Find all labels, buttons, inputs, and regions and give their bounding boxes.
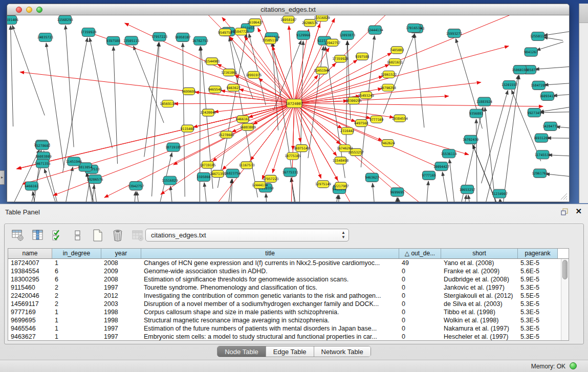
delete-entries-button[interactable] <box>111 228 125 243</box>
cell-name[interactable]: 14569117 <box>8 300 52 308</box>
cell-out_degree[interactable]: 0 <box>399 333 441 341</box>
cell-year[interactable]: 1997 <box>101 333 141 341</box>
citation-edge[interactable] <box>8 149 39 202</box>
cell-short[interactable]: Tibbo et al. (1998) <box>441 308 518 316</box>
column-header-year[interactable]: year <box>101 249 141 258</box>
new-column-button[interactable] <box>91 228 105 243</box>
cell-pagerank[interactable]: 5.3E-5 <box>518 283 558 292</box>
window-titlebar[interactable]: citations_edges.txt <box>7 4 569 15</box>
cell-out_degree[interactable]: 0 <box>399 324 441 333</box>
citation-edge-outgoing[interactable] <box>294 103 469 155</box>
citation-edge[interactable] <box>546 174 569 179</box>
table-selector-dropdown[interactable]: citations_edges.txt ▲▼ <box>145 229 349 242</box>
cell-name[interactable]: 9465546 <box>8 324 52 333</box>
scrollbar-thumb[interactable] <box>562 260 568 279</box>
citation-edge[interactable] <box>204 183 218 202</box>
citation-edge[interactable] <box>485 107 499 202</box>
citation-edge[interactable] <box>313 195 338 202</box>
citation-edge-outgoing[interactable] <box>245 36 294 103</box>
citation-edge[interactable] <box>266 193 273 202</box>
cell-year[interactable]: 2012 <box>101 292 141 300</box>
cell-pagerank[interactable]: 5.3E-5 <box>518 324 558 333</box>
citation-edge[interactable] <box>58 167 73 202</box>
cell-title[interactable]: Estimation of significance thresholds fo… <box>141 275 399 283</box>
column-header-pagerank[interactable]: pagerank <box>518 249 558 258</box>
citation-edge[interactable] <box>545 81 569 85</box>
cell-pagerank[interactable]: 5.3E-5 <box>518 300 558 308</box>
cell-name[interactable]: 9463627 <box>8 333 52 341</box>
table-row[interactable]: 2242004622012Investigating the contribut… <box>8 292 569 300</box>
citation-edge[interactable] <box>547 138 569 139</box>
citation-edge[interactable] <box>291 178 308 202</box>
cell-in_degree[interactable]: 1 <box>52 333 101 341</box>
cell-short[interactable]: Hescheler et al. (1997) <box>441 333 518 341</box>
cell-name[interactable]: 9777169 <box>8 308 52 316</box>
cell-year[interactable]: 1997 <box>101 283 141 292</box>
cell-year[interactable]: 1997 <box>101 324 141 333</box>
close-panel-icon[interactable]: ✕ <box>575 207 582 216</box>
table-row[interactable]: 1456911722003Disruption of a novel membe… <box>8 300 569 308</box>
cell-in_degree[interactable]: 6 <box>52 275 101 283</box>
network-graph[interactable]: 2069140624035721115682931735992893975881… <box>7 15 569 202</box>
cell-year[interactable]: 1998 <box>101 316 141 324</box>
citation-edge-outgoing[interactable] <box>294 103 442 169</box>
cell-name[interactable]: 19384554 <box>8 267 52 275</box>
table-row[interactable]: 911546021997Tourette syndrome. Phenomeno… <box>8 283 569 292</box>
cell-in_degree[interactable]: 1 <box>52 316 101 324</box>
table-row[interactable]: 946362711997Embryonic stem cells: a mode… <box>8 333 569 341</box>
citation-edge-outgoing[interactable] <box>294 103 371 118</box>
citation-edge-outgoing[interactable] <box>294 103 321 179</box>
cell-name[interactable]: 18724007 <box>8 259 52 267</box>
cell-year[interactable]: 2008 <box>101 275 141 283</box>
cell-out_degree[interactable]: 0 <box>399 283 441 292</box>
cell-out_degree[interactable]: 0 <box>399 275 441 283</box>
citation-edge[interactable] <box>90 38 112 148</box>
column-header-title[interactable]: title <box>141 249 399 258</box>
cell-name[interactable]: 9699695 <box>8 316 52 324</box>
citation-edge[interactable] <box>11 26 13 126</box>
citation-edge[interactable] <box>500 199 525 202</box>
cell-title[interactable]: Tourette syndrome. Phenomenology and cla… <box>141 283 399 292</box>
cell-pagerank[interactable]: 5.9E-5 <box>518 275 558 283</box>
citation-edge[interactable] <box>183 43 185 197</box>
citation-edge-outgoing[interactable] <box>23 103 294 184</box>
column-header-short[interactable]: short <box>441 249 518 258</box>
citation-edge[interactable] <box>170 186 185 202</box>
memory-ok-icon[interactable] <box>570 362 577 369</box>
cell-name[interactable]: 9115460 <box>8 283 52 292</box>
column-header-out_degree[interactable]: △ out_de... <box>399 249 441 258</box>
cell-in_degree[interactable]: 1 <box>52 324 101 333</box>
cell-title[interactable]: Investigating the contribution of common… <box>141 292 399 300</box>
cell-year[interactable]: 2008 <box>101 259 141 267</box>
cell-year[interactable]: 2009 <box>101 267 141 275</box>
cell-in_degree[interactable]: 2 <box>52 283 101 292</box>
citation-edge-outgoing[interactable] <box>221 91 294 103</box>
cell-pagerank[interactable]: 5.3E-5 <box>518 308 558 316</box>
cell-in_degree[interactable]: 1 <box>52 259 101 267</box>
cell-title[interactable]: Structural magnetic resonance image aver… <box>141 316 399 324</box>
citation-edge[interactable] <box>449 159 458 202</box>
citation-edge[interactable] <box>448 195 467 202</box>
citation-edge[interactable] <box>416 181 428 202</box>
cell-pagerank[interactable]: 5.3E-5 <box>518 259 558 267</box>
cell-title[interactable]: Estimation of the future numbers of pati… <box>141 324 399 333</box>
cell-short[interactable]: Nakamura et al. (1997) <box>441 324 518 333</box>
citation-edge-outgoing[interactable] <box>174 103 294 104</box>
show-columns-button[interactable] <box>31 228 45 243</box>
citation-edge[interactable] <box>125 191 136 202</box>
delete-table-button[interactable] <box>130 228 145 243</box>
cell-short[interactable]: Stergiakouli et al. (2012) <box>441 292 518 300</box>
cell-year[interactable]: 1998 <box>101 308 141 316</box>
citation-edge[interactable] <box>373 183 383 202</box>
cell-year[interactable]: 2003 <box>101 300 141 308</box>
citation-edge[interactable] <box>540 105 569 112</box>
cell-title[interactable]: Embryonic stem cells: a model to study s… <box>141 333 399 341</box>
tab-edge-table[interactable]: Edge Table <box>266 346 314 357</box>
citation-edge[interactable] <box>134 46 164 123</box>
table-row[interactable]: 1872400712008Changes of HCN gene express… <box>8 259 569 267</box>
citation-edge[interactable] <box>536 42 563 50</box>
citation-edge[interactable] <box>535 66 569 70</box>
citation-edge-outgoing[interactable] <box>294 103 543 106</box>
cell-pagerank[interactable]: 5.3E-5 <box>518 316 558 324</box>
citation-edge[interactable] <box>66 26 74 147</box>
